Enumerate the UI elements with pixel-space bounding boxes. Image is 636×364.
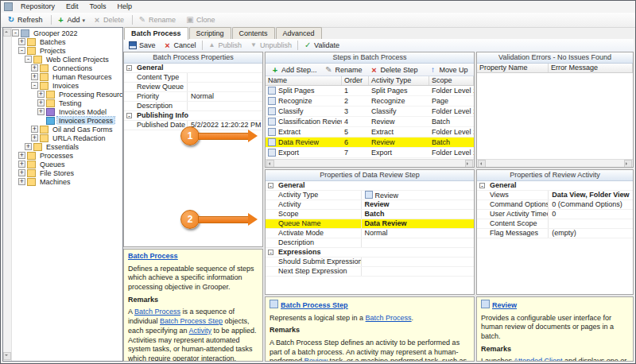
tree-item[interactable]: + Processes bbox=[12, 151, 122, 160]
toolbar-button[interactable] bbox=[51, 15, 52, 25]
tree-item[interactable]: + Processing Resources bbox=[12, 90, 122, 99]
property-value[interactable] bbox=[188, 102, 262, 110]
column-header[interactable]: Name bbox=[266, 76, 342, 85]
property-value[interactable]: Batch bbox=[362, 210, 474, 219]
toolbar-button[interactable]: Clone bbox=[182, 14, 222, 25]
tab[interactable]: Batch Process bbox=[124, 27, 188, 40]
editor-toolbar-button[interactable]: Publish bbox=[204, 40, 246, 51]
collapse-icon[interactable] bbox=[479, 183, 485, 188]
toolbar-button[interactable]: Refresh bbox=[3, 14, 49, 25]
toolbar-button[interactable]: Rename bbox=[134, 14, 182, 25]
horizontal-scrollbar[interactable] bbox=[477, 159, 633, 167]
tree-item[interactable]: Invoices Process bbox=[12, 116, 122, 125]
tree-expander-icon[interactable]: + bbox=[25, 143, 32, 150]
tree-expander-icon[interactable]: + bbox=[18, 38, 25, 45]
step-row[interactable]: Data Review 6 Review Batch bbox=[266, 137, 474, 148]
property-row[interactable]: Activate Mode Normal bbox=[266, 229, 474, 238]
tree-item[interactable]: + Testing bbox=[12, 99, 122, 107]
horizontal-scrollbar[interactable] bbox=[266, 159, 474, 167]
step-row[interactable]: Split Pages 1 Split Pages Folder Level 1 bbox=[266, 86, 474, 96]
property-row[interactable]: Flag Messages (empty) bbox=[477, 229, 633, 238]
tree-item[interactable]: + Human Resources bbox=[12, 72, 122, 81]
column-header[interactable]: Property Name bbox=[477, 64, 549, 72]
tree-item[interactable]: + Oil and Gas Forms bbox=[12, 125, 122, 134]
tree-expander-icon[interactable]: + bbox=[31, 64, 38, 72]
property-row[interactable]: General bbox=[477, 181, 633, 191]
tree-item[interactable]: - Grooper 2022 bbox=[12, 29, 122, 37]
tab[interactable]: Contents bbox=[232, 27, 275, 39]
tree-item[interactable]: + Batches bbox=[12, 37, 122, 46]
tree-expander-icon[interactable]: + bbox=[31, 126, 38, 133]
menu-item[interactable]: Edit bbox=[60, 1, 84, 13]
step-row[interactable]: Extract 5 Extract Folder Level 1 bbox=[266, 127, 474, 137]
scroll-right-icon[interactable] bbox=[465, 160, 473, 168]
editor-toolbar-button[interactable]: Cancel bbox=[160, 40, 200, 51]
steps-toolbar-button[interactable]: Delete Step bbox=[366, 64, 422, 76]
property-value[interactable] bbox=[549, 219, 633, 228]
tree-expander-icon[interactable]: + bbox=[31, 134, 38, 141]
tree-expander-icon[interactable]: + bbox=[37, 91, 45, 98]
menu-item[interactable]: Help bbox=[112, 1, 138, 13]
tree-item[interactable]: + Essentials bbox=[12, 142, 122, 151]
property-row[interactable]: General bbox=[266, 181, 474, 191]
editor-toolbar-button[interactable] bbox=[202, 41, 203, 50]
tree-expander-icon[interactable]: + bbox=[18, 152, 25, 159]
tree-item[interactable]: - Projects bbox=[12, 46, 122, 55]
property-row[interactable]: Published Date 5/2/2022 12:20:22 PM bbox=[124, 121, 262, 130]
steps-toolbar-button[interactable]: Move Up bbox=[425, 64, 472, 76]
tree-expander-icon[interactable]: + bbox=[37, 99, 45, 106]
editor-toolbar-button[interactable]: Save bbox=[125, 40, 160, 51]
tree-expander-icon[interactable]: + bbox=[18, 178, 25, 185]
property-row[interactable]: Description bbox=[266, 238, 474, 248]
tab[interactable]: Scripting bbox=[189, 27, 231, 39]
toolbar-button[interactable]: Delete bbox=[89, 14, 130, 25]
column-header[interactable]: Order bbox=[342, 76, 369, 85]
tree-expander-icon[interactable]: + bbox=[18, 169, 25, 176]
column-header[interactable]: Activity Type bbox=[369, 76, 429, 85]
collapse-icon[interactable] bbox=[126, 113, 132, 118]
property-value[interactable] bbox=[188, 83, 262, 91]
property-value[interactable] bbox=[362, 238, 474, 247]
property-value[interactable] bbox=[188, 73, 262, 82]
collapse-icon[interactable] bbox=[268, 183, 273, 188]
editor-toolbar-button[interactable]: Unpublish bbox=[246, 40, 296, 51]
property-value[interactable] bbox=[362, 267, 474, 276]
tree-expander-icon[interactable]: + bbox=[31, 73, 38, 80]
property-row[interactable]: Next Step Expression bbox=[266, 267, 474, 277]
tree-expander-icon[interactable]: - bbox=[18, 47, 25, 54]
property-value[interactable]: Review bbox=[362, 200, 474, 209]
toolbar-button[interactable]: Add bbox=[53, 14, 90, 25]
property-row[interactable]: General bbox=[124, 64, 262, 73]
property-row[interactable]: Content Scope bbox=[477, 219, 633, 229]
tab[interactable]: Advanced bbox=[276, 27, 322, 39]
tree-expander-icon[interactable]: + bbox=[18, 161, 25, 168]
tree-item[interactable]: - Invoices bbox=[12, 81, 122, 90]
property-row[interactable]: User Activity Timeout 0 bbox=[477, 210, 633, 219]
property-row[interactable]: Queue Name Data Review bbox=[266, 219, 474, 229]
tree-expander-icon[interactable]: - bbox=[12, 29, 19, 37]
property-value[interactable]: Normal bbox=[362, 229, 474, 238]
editor-toolbar-button[interactable]: Validate bbox=[300, 40, 343, 51]
property-row[interactable]: Priority Normal bbox=[124, 92, 262, 102]
tree-item[interactable]: + Invoices Model bbox=[12, 107, 122, 116]
property-value[interactable]: 0 (Command Options) bbox=[549, 200, 633, 209]
property-row[interactable]: Command Options 0 (Command Options) bbox=[477, 200, 633, 210]
step-row[interactable]: Recognize 2 Recognize Page bbox=[266, 96, 474, 106]
step-row[interactable]: Classification Review 4 Review Batch bbox=[266, 117, 474, 127]
tree-expander-icon[interactable]: - bbox=[31, 82, 38, 89]
property-value[interactable]: Data View, Folder View bbox=[549, 191, 633, 199]
property-row[interactable]: Expressions bbox=[266, 248, 474, 258]
toolbar-button[interactable] bbox=[132, 15, 133, 25]
step-row[interactable]: Export 7 Export Folder Level 1 bbox=[266, 148, 474, 158]
property-value[interactable]: Data Review bbox=[362, 219, 474, 228]
property-row[interactable]: Views Data View, Folder View bbox=[477, 191, 633, 200]
property-row[interactable]: Publishing Info bbox=[124, 111, 262, 121]
collapse-icon[interactable] bbox=[126, 65, 132, 71]
editor-toolbar-button[interactable] bbox=[297, 41, 298, 50]
property-value[interactable]: 5/2/2022 12:20:22 PM bbox=[188, 121, 262, 130]
menu-item[interactable]: Tools bbox=[84, 1, 112, 13]
steps-toolbar-button[interactable]: Rename bbox=[321, 64, 366, 76]
tree-item[interactable]: + Queues bbox=[12, 160, 122, 168]
scroll-right-icon[interactable] bbox=[624, 160, 632, 168]
tree-item[interactable]: + URLA Redaction bbox=[12, 134, 122, 142]
